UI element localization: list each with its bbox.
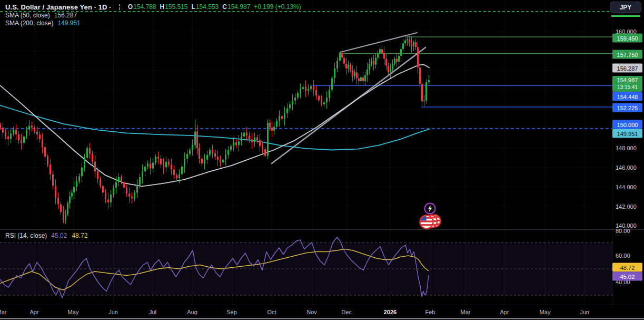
candle-body (107, 199, 109, 202)
candle-body (300, 89, 301, 93)
candle-body (262, 146, 263, 149)
candle-body (147, 163, 148, 167)
candle-body (69, 197, 71, 203)
candle-body (105, 192, 106, 199)
candle-body (0, 125, 1, 128)
candle-body (155, 157, 156, 162)
time-axis-label: Oct (260, 309, 283, 315)
candle-body (55, 186, 56, 198)
candle-body (373, 61, 374, 64)
candle-body (409, 40, 410, 43)
candle-body (371, 61, 372, 64)
candle-body (392, 64, 393, 70)
axis-tick-label: 60.00 (616, 253, 630, 259)
candle-body (246, 132, 247, 135)
time-axis-label: May (62, 309, 85, 315)
candle-body (212, 150, 213, 153)
time-axis-label: Dec (335, 309, 358, 315)
axis-price-badge: 45.02 (612, 272, 642, 281)
candle-body (176, 175, 177, 178)
price-chart-canvas[interactable] (0, 0, 644, 320)
axis-price-badge: 154.448 (612, 92, 642, 101)
candle-body (34, 128, 35, 131)
candle-body (326, 98, 328, 102)
close-label: C (222, 3, 227, 11)
time-axis-label: Jul (141, 309, 164, 315)
candle-body (411, 43, 412, 46)
candle-body (348, 65, 349, 69)
candle-body (76, 181, 77, 187)
candle-body (102, 186, 104, 193)
candle-body (160, 159, 162, 164)
symbol-title[interactable]: U.S. Dollar / Japanese Yen · 1D · (5, 3, 112, 11)
open-label: O (128, 3, 133, 11)
time-axis-label: Apr (493, 309, 516, 315)
time-axis-label: Aug (181, 309, 204, 315)
candle-body (388, 65, 389, 72)
sma50-legend[interactable]: SMA (50, close) 156.287 (5, 11, 301, 19)
low-label: L (192, 3, 195, 11)
candle-body (341, 53, 343, 57)
high-label: H (160, 3, 164, 11)
candle-body (343, 58, 345, 64)
sma50-label: SMA (50, close) (5, 12, 50, 19)
time-axis-label: 2026 (379, 309, 402, 315)
candle-body (284, 113, 285, 119)
chart-window: U.S. Dollar / Japanese Yen · 1D · O 154.… (0, 0, 644, 320)
candle-body (196, 132, 198, 148)
candle-body (425, 82, 427, 101)
time-axis-label: Nov (300, 309, 323, 315)
economic-events-flags-icon[interactable] (419, 213, 443, 233)
candle-body (238, 141, 240, 145)
candle-body (390, 70, 391, 73)
candle-body (73, 187, 75, 192)
axis-price-badge: 149.951 (612, 129, 642, 138)
candle-body (126, 188, 127, 193)
candle-body (305, 87, 306, 91)
candle-body (134, 192, 135, 198)
candle-body (334, 69, 335, 78)
candle-body (21, 140, 22, 143)
sma50-value: 156.287 (54, 12, 77, 19)
candle-body (286, 108, 288, 113)
open-value: 154.788 (133, 3, 156, 11)
toolbar-grip-icon[interactable] (119, 4, 120, 10)
candle-body (168, 162, 170, 165)
candle-body (118, 177, 120, 182)
candle-body (379, 49, 381, 53)
rsi-legend[interactable]: RSI (14, close) 45.02 48.72 (5, 232, 87, 239)
candle-body (209, 150, 211, 154)
candle-body (139, 177, 141, 185)
sma200-value: 149.951 (57, 20, 80, 27)
candle-body (415, 42, 417, 47)
candle-body (15, 130, 17, 134)
candle-body (331, 78, 333, 90)
axis-tick-label: 142.000 (616, 203, 637, 210)
candle-body (308, 89, 309, 91)
candle-body (350, 65, 351, 71)
time-axis-label: Apr (23, 309, 46, 315)
high-value: 155.515 (165, 3, 187, 11)
candle-body (65, 214, 66, 220)
candle-body (419, 67, 421, 84)
currency-button[interactable]: JPY (610, 2, 641, 13)
change-value: +0.199 (+0.13%) (254, 3, 301, 11)
candle-body (385, 59, 387, 66)
candle-body (217, 157, 219, 160)
candle-body (366, 70, 368, 75)
candle-body (78, 176, 80, 181)
candle-body (417, 47, 419, 67)
candle-body (413, 42, 414, 46)
candle-body (26, 130, 27, 137)
sma200-legend[interactable]: SMA (200, close) 149.951 (5, 19, 301, 27)
candle-body (259, 140, 261, 146)
candle-body (81, 168, 83, 177)
candle-body (7, 137, 9, 140)
candle-body (206, 155, 208, 160)
chart-header: U.S. Dollar / Japanese Yen · 1D · O 154.… (5, 3, 301, 27)
candle-body (318, 95, 320, 100)
candle-body (204, 160, 205, 163)
rsi-ma-value: 48.72 (72, 232, 87, 239)
candle-body (23, 137, 25, 143)
candle-body (276, 121, 278, 127)
